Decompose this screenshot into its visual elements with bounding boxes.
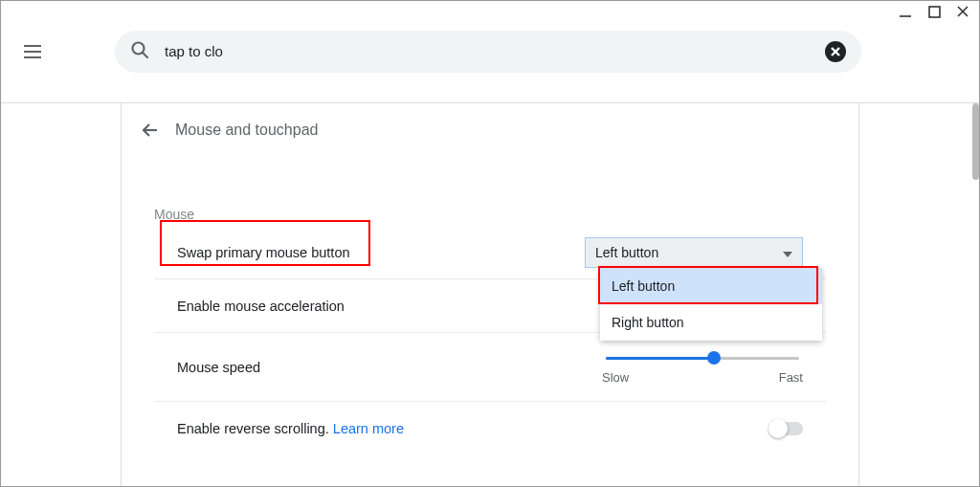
slider-max-label: Fast bbox=[779, 370, 803, 385]
clear-search-button[interactable] bbox=[825, 41, 846, 62]
mouse-acceleration-label: Enable mouse acceleration bbox=[177, 299, 345, 314]
search-bar bbox=[115, 31, 861, 73]
minimize-button[interactable] bbox=[898, 4, 913, 19]
swap-primary-dropdown: Left button Right button bbox=[600, 268, 822, 341]
mouse-speed-label: Mouse speed bbox=[177, 360, 260, 375]
learn-more-link[interactable]: Learn more bbox=[333, 421, 404, 436]
svg-rect-1 bbox=[929, 7, 940, 17]
vertical-scrollbar[interactable] bbox=[972, 103, 979, 180]
slider-thumb[interactable] bbox=[707, 351, 721, 365]
swap-primary-select[interactable]: Left button bbox=[585, 237, 803, 268]
toggle-knob bbox=[768, 419, 788, 438]
svg-marker-12 bbox=[783, 252, 792, 257]
settings-panel: Mouse and touchpad Mouse Swap primary mo… bbox=[121, 103, 859, 487]
window-controls bbox=[898, 4, 970, 19]
reverse-scrolling-toggle[interactable] bbox=[770, 422, 803, 435]
search-input[interactable] bbox=[165, 43, 825, 59]
maximize-button[interactable] bbox=[926, 4, 942, 19]
row-mouse-speed: Mouse speed Slow Fast bbox=[154, 333, 826, 402]
reverse-scrolling-label: Enable reverse scrolling. Learn more bbox=[177, 421, 404, 436]
swap-primary-selected-value: Left button bbox=[595, 245, 658, 260]
dropdown-option-left[interactable]: Left button bbox=[600, 268, 822, 304]
content-area: Mouse and touchpad Mouse Swap primary mo… bbox=[0, 103, 980, 487]
slider-min-label: Slow bbox=[602, 370, 629, 385]
search-icon bbox=[130, 40, 149, 62]
menu-button[interactable] bbox=[10, 44, 56, 59]
row-swap-primary: Swap primary mouse button Left button Le… bbox=[154, 226, 826, 279]
row-reverse-scrolling: Enable reverse scrolling. Learn more bbox=[154, 402, 826, 455]
page-title: Mouse and touchpad bbox=[175, 122, 318, 139]
svg-line-8 bbox=[143, 53, 147, 57]
mouse-speed-slider[interactable] bbox=[606, 349, 799, 366]
section-label-mouse: Mouse bbox=[154, 207, 858, 222]
panel-header: Mouse and touchpad bbox=[122, 103, 858, 157]
close-window-button[interactable] bbox=[955, 4, 970, 19]
header bbox=[0, 0, 980, 103]
dropdown-option-right[interactable]: Right button bbox=[600, 304, 822, 341]
mouse-speed-slider-area: Slow Fast bbox=[602, 349, 803, 385]
settings-list: Swap primary mouse button Left button Le… bbox=[154, 226, 826, 455]
swap-primary-label: Swap primary mouse button bbox=[177, 245, 350, 260]
back-button[interactable] bbox=[139, 119, 162, 142]
chevron-down-icon bbox=[783, 245, 792, 260]
